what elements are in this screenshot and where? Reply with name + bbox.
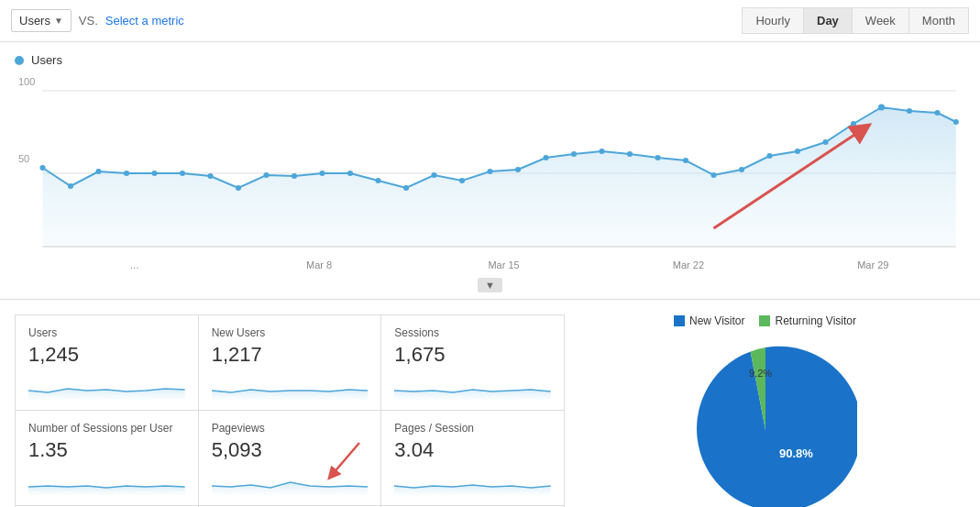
svg-point-34 [907,108,912,114]
svg-text:90.8%: 90.8% [779,446,813,460]
sparkline-sessions [394,372,551,400]
svg-point-5 [95,169,101,174]
svg-point-26 [683,158,688,163]
range-selector[interactable]: ▼ [478,278,502,292]
sparkline-new-users [212,372,369,400]
returning-visitor-color [759,315,770,326]
svg-point-14 [347,171,353,176]
time-btn-day[interactable]: Day [804,7,853,34]
svg-point-24 [627,151,633,157]
new-visitor-label: New Visitor [689,314,744,327]
svg-point-33 [878,105,885,111]
y-label-50: 50 [18,153,29,164]
pie-legend-returning-visitor: Returning Visitor [759,314,856,327]
users-legend-label: Users [31,53,62,67]
metrics-grid: Users 1,245 New Users 1,217 Sessions [15,314,565,507]
svg-point-20 [515,167,521,172]
svg-point-8 [180,171,185,176]
metric-card-new-users: New Users 1,217 [199,315,382,411]
svg-point-13 [319,171,325,176]
svg-point-36 [953,119,959,125]
svg-point-28 [739,167,744,172]
time-buttons: Hourly Day Week Month [742,7,969,34]
svg-point-31 [822,139,828,145]
chart-area: Users 100 50 [0,42,980,300]
header-left: Users ▼ VS. Select a metric [11,9,184,32]
svg-point-17 [431,172,436,178]
metric-name-sessions-per-user: Number of Sessions per User [28,422,185,435]
metric-value-users: 1,245 [28,343,185,367]
x-label-mar8: Mar 8 [226,259,411,270]
metric-value-sessions: 1,675 [394,343,551,367]
svg-point-22 [571,151,577,157]
svg-point-10 [236,185,241,191]
metric-card-pages-session: Pages / Session 3.04 [381,411,565,506]
metric-name-new-users: New Users [212,326,369,339]
svg-point-6 [124,171,129,176]
line-chart [15,72,965,256]
pie-legend-new-visitor: New Visitor [674,314,744,327]
svg-point-27 [710,172,716,178]
svg-point-35 [934,110,940,116]
svg-point-30 [795,149,800,154]
svg-point-11 [263,172,269,178]
x-label-mar15: Mar 15 [412,259,596,270]
select-metric-link[interactable]: Select a metric [105,14,184,28]
svg-point-7 [151,171,157,176]
metric-label: Users [19,14,50,28]
x-label-mar22: Mar 22 [596,259,780,270]
metric-name-sessions: Sessions [394,326,551,339]
time-btn-week[interactable]: Week [853,7,909,34]
metric-value-sessions-per-user: 1.35 [28,438,185,462]
metric-card-pageviews: Pageviews 5,093 [199,411,382,506]
metrics-left: Users 1,245 New Users 1,217 Sessions [15,314,565,507]
dropdown-arrow-icon: ▼ [54,16,63,26]
returning-visitor-label: Returning Visitor [775,314,856,327]
metric-card-users: Users 1,245 [16,315,199,411]
sparkline-pages-session [394,468,551,495]
svg-point-29 [766,153,772,159]
x-label-mar29: Mar 29 [781,259,965,270]
y-label-100: 100 [18,76,35,87]
svg-point-15 [375,178,380,183]
svg-point-4 [68,183,73,189]
pie-chart-svg: 90.8% 9.2% [674,338,857,507]
x-axis: ... Mar 8 Mar 15 Mar 22 Mar 29 [15,256,965,278]
pie-legend: New Visitor Returning Visitor [674,314,856,327]
svg-point-18 [459,178,465,183]
users-legend-dot [15,56,24,65]
new-visitor-color [674,315,685,326]
header-bar: Users ▼ VS. Select a metric Hourly Day W… [0,0,980,42]
metric-name-pages-session: Pages / Session [394,422,551,435]
pie-chart-container: 90.8% 9.2% [674,338,857,507]
time-btn-month[interactable]: Month [909,7,969,34]
chart-legend: Users [15,53,965,67]
metric-name-users: Users [28,326,185,339]
svg-point-25 [655,155,660,160]
metrics-section: Users 1,245 New Users 1,217 Sessions [0,300,980,507]
metric-dropdown[interactable]: Users ▼ [11,9,72,32]
svg-point-12 [292,173,297,179]
metric-value-new-users: 1,217 [212,343,369,367]
sparkline-sessions-per-user [28,468,185,495]
svg-point-16 [403,185,409,191]
svg-point-23 [599,149,604,154]
svg-point-9 [207,173,213,179]
x-label-dots: ... [42,259,226,270]
svg-point-3 [39,165,45,171]
sparkline-pageviews [212,468,369,495]
metric-name-pageviews: Pageviews [212,422,369,435]
time-btn-hourly[interactable]: Hourly [742,7,804,34]
svg-point-21 [543,155,548,160]
metric-value-pages-session: 3.04 [394,438,551,462]
svg-point-32 [851,121,856,127]
chart-wrapper: 100 50 [15,72,965,256]
metrics-right: New Visitor Returning Visitor 90.8% [565,314,965,507]
vs-label: VS. [79,14,98,28]
metric-card-sessions: Sessions 1,675 [381,315,565,411]
svg-point-19 [487,169,492,174]
svg-text:9.2%: 9.2% [749,368,772,379]
sparkline-users [28,372,185,400]
metric-value-pageviews: 5,093 [212,438,369,462]
metric-card-sessions-per-user: Number of Sessions per User 1.35 [16,411,199,506]
